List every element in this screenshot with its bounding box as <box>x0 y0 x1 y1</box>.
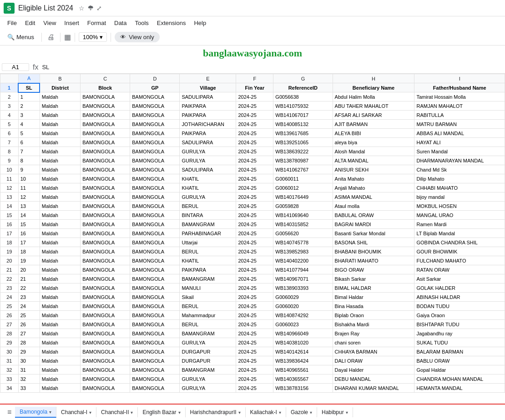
cell-e16[interactable]: BAMANGRAM <box>180 220 236 229</box>
cell-e33[interactable]: GURULYA <box>180 374 236 384</box>
cell-f11[interactable]: 2024-25 <box>236 174 273 183</box>
cell-b31[interactable]: Maldah <box>40 356 80 365</box>
cell-h6[interactable]: ALEYA BIBI <box>333 129 414 138</box>
cell-b14[interactable]: Maldah <box>40 202 80 211</box>
sheet-menu-icon[interactable]: ≡ <box>4 406 15 418</box>
cell-i13[interactable]: bijoy mandal <box>414 192 505 202</box>
cell-f10[interactable]: 2024-25 <box>236 165 273 174</box>
cell-f26[interactable]: 2024-25 <box>236 311 273 320</box>
cell-h13[interactable]: ASIMA MANDAL <box>333 192 414 202</box>
cell-a16[interactable]: 15 <box>18 220 40 229</box>
cell-e19[interactable]: BERUL <box>180 247 236 256</box>
cell-b5[interactable]: Maldah <box>40 120 80 129</box>
menu-extensions[interactable]: Extensions <box>153 19 190 27</box>
cell-c12[interactable]: BAMONGOLA <box>81 183 130 192</box>
cell-a26[interactable]: 25 <box>18 311 40 320</box>
cell-b16[interactable]: Maldah <box>40 220 80 229</box>
sheet-tab-kaliachak[interactable]: Kaliachak-I ▾ <box>246 407 286 417</box>
cell-b9[interactable]: Maldah <box>40 156 80 165</box>
cell-g1[interactable]: ReferenceID <box>273 83 333 92</box>
cell-a10[interactable]: 9 <box>18 165 40 174</box>
cell-a27[interactable]: 26 <box>18 320 40 329</box>
cell-e8[interactable]: GURULYA <box>180 147 236 156</box>
cell-f31[interactable]: 2024-25 <box>236 356 273 365</box>
cell-b33[interactable]: Maldah <box>40 374 80 384</box>
cell-b27[interactable]: Maldah <box>40 320 80 329</box>
cell-h22[interactable]: Bikash Sarkar <box>333 274 414 283</box>
cell-b18[interactable]: Maldah <box>40 238 80 247</box>
cell-b26[interactable]: Maldah <box>40 311 80 320</box>
cell-a28[interactable]: 27 <box>18 329 40 338</box>
cell-c16[interactable]: BAMONGOLA <box>81 220 130 229</box>
cell-i24[interactable]: ABINASH HALDAR <box>414 293 505 302</box>
cell-g23[interactable]: WB138903393 <box>273 283 333 293</box>
cell-a25[interactable]: 24 <box>18 302 40 311</box>
menu-tools[interactable]: Tools <box>131 19 152 27</box>
cell-c32[interactable]: BAMONGOLA <box>81 365 130 374</box>
cell-c14[interactable]: BAMONGOLA <box>81 202 130 211</box>
cell-a5[interactable]: 4 <box>18 120 40 129</box>
cell-c21[interactable]: BAMONGOLA <box>81 265 130 274</box>
cell-h25[interactable]: Bina Hasada <box>333 302 414 311</box>
cell-e12[interactable]: KHATIL <box>180 183 236 192</box>
cell-f15[interactable]: 2024-25 <box>236 211 273 220</box>
cell-h34[interactable]: DHARANI KUMAR MANDAL <box>333 384 414 393</box>
cell-f9[interactable]: 2024-25 <box>236 156 273 165</box>
cell-c24[interactable]: BAMONGOLA <box>81 293 130 302</box>
cell-i25[interactable]: BODAN TUDU <box>414 302 505 311</box>
cell-e18[interactable]: Uttarjai <box>180 238 236 247</box>
print-icon[interactable]: 🖨 <box>45 32 56 42</box>
cell-g28[interactable]: WB140966049 <box>273 329 333 338</box>
cell-e5[interactable]: JOTHARICHARAN <box>180 120 236 129</box>
cell-d5[interactable]: BAMONGOLA <box>130 120 180 129</box>
cell-i29[interactable]: SUKAL TUDU <box>414 338 505 347</box>
cell-g9[interactable]: WB138780987 <box>273 156 333 165</box>
sheet-tab-bamongola[interactable]: Bamongola ▾ <box>15 407 56 418</box>
cell-c30[interactable]: BAMONGOLA <box>81 347 130 356</box>
cell-e6[interactable]: PAIKPARA <box>180 129 236 138</box>
cell-d9[interactable]: BAMONGOLA <box>130 156 180 165</box>
cell-f20[interactable]: 2024-25 <box>236 256 273 265</box>
cell-g13[interactable]: WB140176449 <box>273 192 333 202</box>
cell-f4[interactable]: 2024-25 <box>236 111 273 120</box>
cell-a4[interactable]: 3 <box>18 111 40 120</box>
cell-e31[interactable]: DURGAPUR <box>180 356 236 365</box>
cell-e3[interactable]: PAIKPARA <box>180 101 236 111</box>
cell-i28[interactable]: Jagabandhu ray <box>414 329 505 338</box>
cell-a12[interactable]: 11 <box>18 183 40 192</box>
cell-a31[interactable]: 30 <box>18 356 40 365</box>
cell-b4[interactable]: Maldah <box>40 111 80 120</box>
cell-i1[interactable]: Father/Husband Name <box>414 83 505 92</box>
cell-d24[interactable]: BAMONGOLA <box>130 293 180 302</box>
cell-e25[interactable]: BERUL <box>180 302 236 311</box>
cell-i32[interactable]: Gopal Haldar <box>414 365 505 374</box>
cell-d26[interactable]: BAMONGOLA <box>130 311 180 320</box>
cell-b1[interactable]: District <box>40 83 80 92</box>
cell-d16[interactable]: BAMONGOLA <box>130 220 180 229</box>
cell-f25[interactable]: 2024-25 <box>236 302 273 311</box>
cell-g29[interactable]: WB140381020 <box>273 338 333 347</box>
cell-i20[interactable]: FULCHAND MAHATO <box>414 256 505 265</box>
cell-i19[interactable]: GOUR BHOWMIK <box>414 247 505 256</box>
cell-b32[interactable]: Maldah <box>40 365 80 374</box>
cell-f1[interactable]: Fin Year <box>236 83 273 92</box>
cell-g12[interactable]: G0060012 <box>273 183 333 192</box>
cell-i17[interactable]: LT Biplab Mandal <box>414 229 505 238</box>
cell-h5[interactable]: AJIT BARMAN <box>333 120 414 129</box>
cell-e34[interactable]: GURULYA <box>180 384 236 393</box>
col-header-c[interactable]: C <box>81 74 130 83</box>
cell-i16[interactable]: Ramen Mardi <box>414 220 505 229</box>
cell-c22[interactable]: BAMONGOLA <box>81 274 130 283</box>
cell-d14[interactable]: BAMONGOLA <box>130 202 180 211</box>
cell-f24[interactable]: 2024-25 <box>236 293 273 302</box>
cell-d23[interactable]: BAMONGOLA <box>130 283 180 293</box>
cell-f2[interactable]: 2024-25 <box>236 92 273 101</box>
cell-h14[interactable]: Ataul molla <box>333 202 414 211</box>
cell-a18[interactable]: 17 <box>18 238 40 247</box>
cell-d3[interactable]: BAMONGOLA <box>130 101 180 111</box>
cell-g26[interactable]: WB140874292 <box>273 311 333 320</box>
cell-g17[interactable]: G0056620 <box>273 229 333 238</box>
cell-h24[interactable]: Bimal Haldar <box>333 293 414 302</box>
cell-f8[interactable]: 2024-25 <box>236 147 273 156</box>
cell-c15[interactable]: BAMONGOLA <box>81 211 130 220</box>
